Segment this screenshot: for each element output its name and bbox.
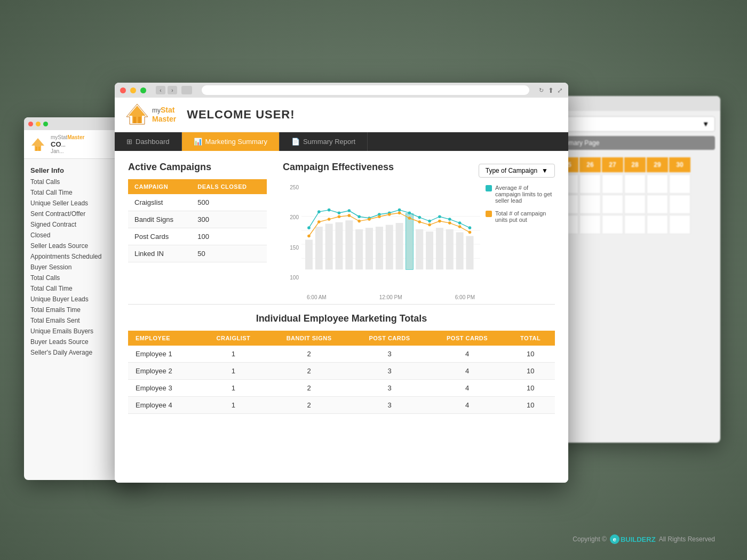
total-val: 10 (506, 397, 555, 414)
co-title-left: CO... (51, 140, 84, 148)
emp-col-employee: EMPLOYEE (128, 331, 200, 346)
svg-marker-0 (31, 138, 44, 151)
campaign-name: Post Cards (128, 228, 191, 245)
reload-icon[interactable]: ↻ (539, 87, 544, 94)
svg-point-49 (348, 214, 351, 217)
forward-arrow[interactable]: › (168, 86, 177, 94)
campaigns-table-header: CAMPAIGN DEALS CLOSED (128, 179, 267, 194)
post-cards-2-val: 4 (428, 346, 506, 363)
deals-closed-value: 300 (191, 211, 267, 228)
bandit-signs-val: 2 (267, 380, 351, 397)
svg-point-32 (348, 209, 351, 212)
table-row: Linked IN 50 (128, 245, 267, 262)
y-label-100: 100 (283, 275, 299, 281)
legend-label-teal: Average # of campaign limits to get sell… (495, 185, 555, 204)
app-header: myStatMaster WELCOME USER! (115, 98, 568, 132)
table-row: Employee 2 1 2 3 4 10 (128, 363, 555, 380)
chart-svg (301, 185, 480, 291)
legend-item-teal: Average # of campaign limits to get sell… (486, 185, 555, 204)
post-cards-1-val: 3 (351, 363, 428, 380)
deals-closed-value: 50 (191, 245, 267, 262)
main-content: Active Campaigns CAMPAIGN DEALS CLOSED C… (115, 151, 568, 483)
back-arrow[interactable]: ‹ (156, 86, 165, 94)
browser-nav-arrows: ‹ › (156, 86, 177, 94)
chevron-down-campaign-icon: ▼ (542, 167, 548, 174)
svg-rect-2 (38, 147, 40, 151)
chart-area: 100 150 200 250 (283, 185, 480, 291)
campaigns-table-body: Craigslist 500 Bandit Signs 300 Post Car… (128, 194, 267, 262)
campaign-name: Linked IN (128, 245, 191, 262)
total-val: 10 (506, 346, 555, 363)
minimize-dot-main[interactable] (130, 87, 136, 93)
chart-icon: 📊 (194, 138, 202, 146)
employee-name: Employee 2 (128, 363, 200, 380)
svg-point-28 (307, 226, 311, 229)
fullscreen-icon[interactable]: ⤢ (557, 86, 563, 94)
url-bar[interactable] (202, 85, 529, 95)
svg-rect-1 (36, 147, 37, 151)
svg-point-53 (388, 213, 391, 216)
maximize-dot-left (43, 122, 48, 126)
svg-point-50 (357, 220, 361, 223)
post-cards-2-val: 4 (428, 397, 506, 414)
employee-name: Employee 3 (128, 380, 200, 397)
svg-point-42 (448, 218, 451, 221)
main-window: ‹ › ↻ ⬆ ⤢ myStatMaster WELCOME USER! (115, 83, 568, 483)
deals-closed-value: 100 (191, 228, 267, 245)
all-rights-text: All Rights Reserved (659, 535, 715, 543)
cal-day-26: 26 (579, 157, 601, 172)
bandit-signs-val: 2 (267, 363, 351, 380)
legend-dot-orange (486, 211, 492, 217)
svg-point-39 (418, 216, 421, 219)
craiglist-val: 1 (200, 397, 267, 414)
close-dot-main[interactable] (120, 87, 126, 93)
svg-point-55 (408, 217, 411, 220)
post-cards-1-val: 3 (351, 346, 428, 363)
svg-rect-19 (386, 225, 393, 270)
total-val: 10 (506, 363, 555, 380)
svg-rect-16 (355, 229, 363, 269)
main-nav: ⊞ Dashboard 📊 Marketing Summary 📄 Summar… (115, 132, 568, 151)
svg-point-30 (328, 209, 331, 212)
active-campaigns-section: Active Campaigns CAMPAIGN DEALS CLOSED C… (128, 162, 267, 291)
svg-point-45 (307, 235, 311, 238)
svg-point-38 (408, 211, 411, 214)
svg-point-52 (378, 215, 381, 218)
svg-rect-14 (336, 222, 343, 270)
post-cards-2-val: 4 (428, 363, 506, 380)
close-dot-left (28, 122, 33, 126)
tab-marketing-summary[interactable]: 📊 Marketing Summary (182, 132, 280, 151)
svg-point-37 (398, 209, 401, 212)
table-row: Employee 3 1 2 3 4 10 (128, 380, 555, 397)
chart-x-labels: 6:00 AM 12:00 PM 6:00 PM (301, 294, 480, 300)
table-row: Employee 4 1 2 3 4 10 (128, 397, 555, 414)
table-row: Craigslist 500 (128, 194, 267, 211)
svg-rect-17 (365, 228, 373, 269)
type-campaign-select[interactable]: Type of Campaign ▼ (479, 164, 555, 178)
chart-title: Campaign Effectiveness (283, 162, 394, 173)
deals-closed-col-header: DEALS CLOSED (191, 179, 267, 194)
campaigns-table: CAMPAIGN DEALS CLOSED Craigslist 500 Ban… (128, 179, 267, 262)
employee-name: Employee 1 (128, 346, 200, 363)
svg-point-41 (438, 215, 441, 218)
employee-table-body: Employee 1 1 2 3 4 10 Employee 2 1 2 3 4… (128, 346, 555, 414)
share-icon[interactable]: ⬆ (548, 86, 554, 94)
tab-dashboard[interactable]: ⊞ Dashboard (115, 132, 182, 151)
tab-summary-report[interactable]: 📄 Summary Report (280, 132, 368, 151)
legend-dot-teal (486, 185, 492, 191)
logo-icon-main (125, 103, 149, 126)
type-campaign-label: Type of Campaign (486, 167, 537, 174)
copyright-text: Copyright © (573, 535, 607, 543)
svg-rect-4 (133, 117, 136, 123)
bandit-signs-val: 2 (267, 397, 351, 414)
campaign-effectiveness-section: Campaign Effectiveness Type of Campaign … (283, 162, 555, 291)
chart-legend: Average # of campaign limits to get sell… (486, 185, 555, 291)
table-row: Bandit Signs 300 (128, 211, 267, 228)
cal-day-27: 27 (602, 157, 623, 172)
emp-col-total: TOTAL (506, 331, 555, 346)
svg-rect-23 (426, 231, 433, 269)
svg-point-31 (338, 211, 341, 214)
maximize-dot-main[interactable] (140, 87, 146, 93)
active-campaigns-title: Active Campaigns (128, 162, 267, 173)
deals-closed-value: 500 (191, 194, 267, 211)
